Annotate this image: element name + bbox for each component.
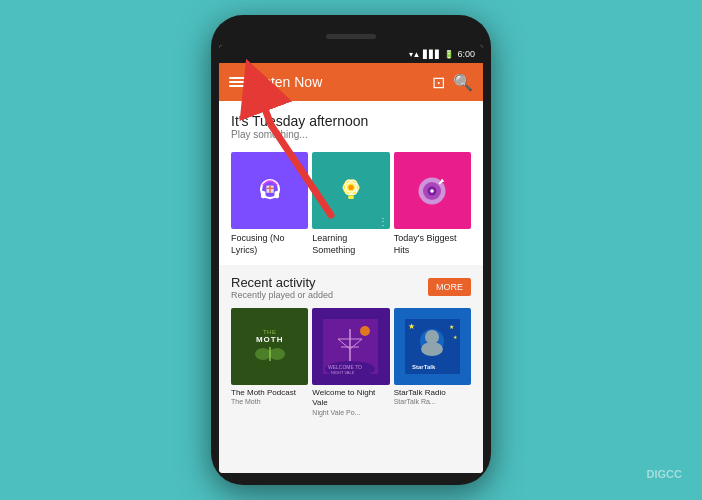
- list-item-moth[interactable]: THE MOTH The Moth Podcast The Moth: [231, 308, 308, 416]
- moth-graphic: [255, 344, 285, 364]
- startalk-item-sub: StarTalk Ra...: [394, 398, 471, 405]
- watermark: DIGCC: [647, 468, 682, 480]
- card-label-learning: Learning Something: [312, 233, 389, 256]
- nightvale-graphic: WELCOME TO NIGHT VALE: [323, 319, 378, 374]
- moth-label-main: MOTH: [256, 335, 284, 344]
- app-title: Listen Now: [253, 74, 424, 90]
- hamburger-menu-button[interactable]: [229, 77, 245, 87]
- status-time: 6:00: [457, 49, 475, 59]
- svg-rect-1: [261, 191, 266, 198]
- recent-subtitle: Recently played or added: [231, 290, 333, 300]
- status-icons: ▾▲ ▋▋▋ 🔋 6:00: [409, 49, 475, 59]
- svg-point-19: [255, 348, 271, 360]
- moth-item-sub: The Moth: [231, 398, 308, 405]
- card-focusing[interactable]: Focusing (No Lyrics): [231, 152, 308, 257]
- card-label-focusing: Focusing (No Lyrics): [231, 233, 308, 256]
- svg-rect-2: [274, 191, 279, 198]
- svg-point-35: [421, 342, 443, 356]
- phone-frame: ▾▲ ▋▋▋ 🔋 6:00 Listen Now ⊡ 🔍 It's Tuesda…: [211, 15, 491, 485]
- vinyl-graphic: [414, 173, 450, 209]
- startalk-graphic: ★ ★ ★ StarTalk: [405, 319, 460, 374]
- signal-icon: ▋▋▋: [423, 50, 441, 59]
- phone-screen: ▾▲ ▋▋▋ 🔋 6:00 Listen Now ⊡ 🔍 It's Tuesda…: [219, 45, 483, 473]
- phone-top-bar: [219, 27, 483, 45]
- svg-point-28: [360, 326, 370, 336]
- nightvale-item-title: Welcome to Night Vale: [312, 388, 389, 409]
- main-content: It's Tuesday afternoon Play something...: [219, 101, 483, 473]
- battery-icon: 🔋: [444, 50, 454, 59]
- headphone-graphic: [252, 173, 288, 209]
- app-bar: Listen Now ⊡ 🔍: [219, 63, 483, 101]
- cast-icon[interactable]: ⊡: [432, 73, 445, 92]
- moth-cover: THE MOTH: [231, 308, 308, 385]
- list-item-nightvale[interactable]: WELCOME TO NIGHT VALE Welcome to Night V…: [312, 308, 389, 416]
- card-label-hits: Today's Biggest Hits: [394, 233, 471, 256]
- svg-point-11: [348, 184, 353, 189]
- svg-text:StarTalk: StarTalk: [412, 364, 436, 370]
- svg-text:★: ★: [449, 324, 454, 330]
- card-image-hits: [394, 152, 471, 229]
- svg-text:★: ★: [408, 322, 415, 331]
- status-bar: ▾▲ ▋▋▋ 🔋 6:00: [219, 45, 483, 63]
- card-hits[interactable]: Today's Biggest Hits: [394, 152, 471, 257]
- learning-menu-icon: ⋮: [378, 216, 388, 227]
- search-icon[interactable]: 🔍: [453, 73, 473, 92]
- wifi-icon: ▾▲: [409, 50, 421, 59]
- moth-cover-bg: THE MOTH: [231, 308, 308, 385]
- nightvale-cover: WELCOME TO NIGHT VALE: [312, 308, 389, 385]
- recent-items-row: THE MOTH The Moth Podcast The Moth: [219, 304, 483, 424]
- hero-section: It's Tuesday afternoon Play something...: [219, 101, 483, 144]
- svg-text:NIGHT VALE: NIGHT VALE: [331, 370, 355, 374]
- nightvale-cover-bg: WELCOME TO NIGHT VALE: [312, 308, 389, 385]
- hero-title: It's Tuesday afternoon: [231, 113, 471, 129]
- startalk-cover-bg: ★ ★ ★ StarTalk: [394, 308, 471, 385]
- list-item-startalk[interactable]: ★ ★ ★ StarTalk StarTalk Radio StarTalk R…: [394, 308, 471, 416]
- bulb-graphic: [333, 173, 369, 209]
- startalk-cover: ★ ★ ★ StarTalk: [394, 308, 471, 385]
- recent-header: Recent activity Recently played or added…: [219, 265, 483, 304]
- nightvale-item-sub: Night Vale Po...: [312, 409, 389, 416]
- svg-point-15: [431, 189, 435, 193]
- phone-speaker: [326, 34, 376, 39]
- hero-subtitle: Play something...: [231, 129, 471, 140]
- card-image-focusing: [231, 152, 308, 229]
- card-image-learning: ⋮: [312, 152, 389, 229]
- svg-point-20: [269, 348, 285, 360]
- svg-point-34: [425, 330, 439, 344]
- cards-row: Focusing (No Lyrics): [219, 144, 483, 265]
- recent-header-text: Recent activity Recently played or added: [231, 275, 333, 300]
- svg-rect-7: [348, 195, 353, 199]
- startalk-item-title: StarTalk Radio: [394, 388, 471, 398]
- recent-title: Recent activity: [231, 275, 333, 290]
- card-learning[interactable]: ⋮ Learning Something: [312, 152, 389, 257]
- more-button[interactable]: MORE: [428, 278, 471, 296]
- moth-item-title: The Moth Podcast: [231, 388, 308, 398]
